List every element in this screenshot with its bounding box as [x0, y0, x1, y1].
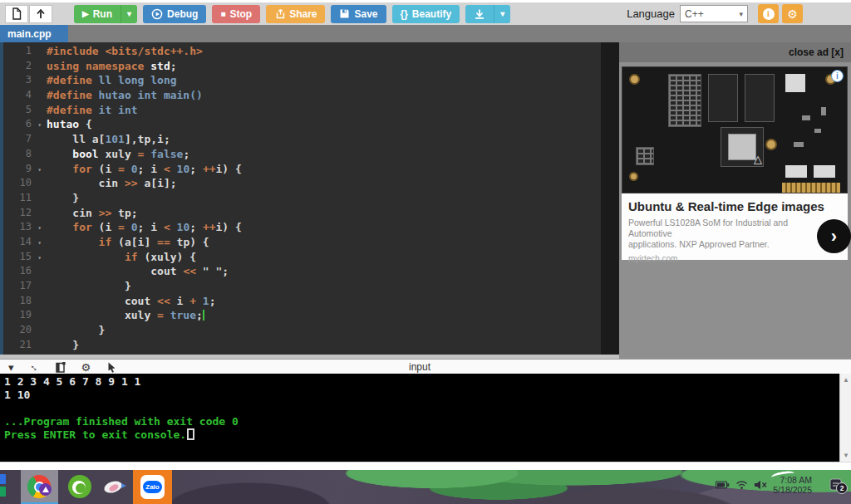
pcb-hole [629, 172, 638, 181]
pcb-hole [629, 74, 640, 85]
zalo-icon: Zalo [140, 475, 165, 499]
system-tray: 7:08 AM 5/18/2025 2 [716, 475, 843, 495]
console-line: 1 10 [4, 389, 839, 402]
line-number[interactable]: 14▾ [0, 235, 33, 250]
line-number[interactable]: 7 [0, 132, 33, 147]
line-number[interactable]: 19 [0, 308, 33, 323]
language-label: Language [627, 7, 675, 20]
chevron-right-icon: › [831, 226, 837, 247]
battery-icon[interactable] [716, 480, 730, 490]
ad-panel: close ad [x] △ [619, 42, 851, 359]
beautify-button[interactable]: {} Beautify [392, 5, 460, 23]
run-button[interactable]: ▶ Run [74, 5, 121, 23]
save-icon [339, 8, 350, 19]
ad-next-button[interactable]: › [817, 219, 851, 253]
console-scrollbar[interactable]: ▲ ▼ [839, 374, 851, 462]
line-number[interactable]: 17 [0, 279, 33, 294]
console-lines: 1 2 3 4 5 6 7 8 9 1 11 10...Program fini… [4, 375, 839, 442]
new-file-button[interactable] [5, 5, 28, 23]
run-options-button[interactable]: ▾ [121, 5, 137, 23]
clock-date: 5/18/2025 [773, 485, 812, 495]
language-select[interactable]: C++ ▾ [680, 5, 748, 22]
code-line: 14▾ if (a[i] == tp) { [0, 235, 619, 250]
debug-button[interactable]: Debug [143, 5, 206, 23]
ad-image-pcb[interactable]: △ i [622, 66, 848, 193]
pcb-ram-chip [708, 74, 738, 122]
line-number[interactable]: 16 [0, 264, 33, 279]
line-number[interactable]: 1 [0, 44, 33, 59]
line-number[interactable]: 10 [0, 176, 33, 191]
editor-cursor [203, 310, 204, 321]
stop-icon: ■ [220, 10, 225, 18]
code-line: 7 ll a[101],tp,i; [0, 132, 619, 147]
download-button[interactable] [465, 5, 494, 23]
code-line: 5#define it int [0, 103, 619, 118]
code-editor[interactable]: 1#include <bits/stdc++.h>2using namespac… [0, 42, 619, 355]
scroll-up-icon[interactable]: ▲ [840, 376, 851, 384]
close-ad-button[interactable]: close ad [x] [789, 46, 844, 58]
code-line: 11 } [0, 191, 619, 206]
console-cursor [187, 428, 194, 440]
line-number[interactable]: 6▾ [0, 117, 33, 132]
line-number[interactable]: 12 [0, 206, 33, 221]
line-number[interactable]: 21 [0, 338, 33, 353]
ad-title: Ubuntu & Real-time Edge images [622, 193, 848, 218]
line-number[interactable]: 8 [0, 147, 33, 162]
console-output[interactable]: 1 2 3 4 5 6 7 8 9 1 11 10...Program fini… [0, 374, 839, 462]
fold-icon[interactable]: ▾ [37, 251, 42, 266]
fold-icon[interactable]: ▾ [37, 163, 42, 178]
line-number[interactable]: 15▾ [0, 250, 33, 265]
caret-down-icon: ▾ [127, 10, 131, 18]
braces-icon: {} [401, 8, 408, 20]
taskbar-clock[interactable]: 7:08 AM 5/18/2025 [773, 475, 812, 495]
wifi-icon[interactable] [735, 480, 748, 490]
toolbar: ▶ Run ▾ Debug ■ Stop Share [0, 2, 851, 25]
taskbar: Zalo 7:08 AM 5/18/2025 [0, 470, 851, 504]
fold-icon[interactable]: ▾ [37, 221, 42, 236]
tab-main-cpp[interactable]: main.cpp [0, 25, 68, 42]
bird-app-icon[interactable] [101, 477, 128, 497]
scroll-down-icon[interactable]: ▼ [840, 452, 851, 459]
play-icon: ▶ [82, 10, 89, 18]
line-number[interactable]: 2 [0, 59, 33, 74]
fold-icon[interactable]: ▾ [37, 236, 42, 251]
coccoc-browser-icon[interactable] [68, 475, 91, 498]
zalo-label: Zalo [143, 481, 162, 493]
taskbar-chrome-button[interactable] [21, 470, 58, 504]
line-number[interactable]: 4 [0, 88, 33, 103]
code-line: 10 cin >> a[i]; [0, 176, 619, 191]
line-number[interactable]: 3 [0, 73, 33, 88]
tab-bar: main.cpp [0, 25, 851, 42]
line-number[interactable]: 20 [0, 323, 33, 338]
action-center-button[interactable]: 2 [829, 478, 843, 492]
line-number[interactable]: 13▾ [0, 220, 33, 235]
ad-info-badge-icon[interactable]: i [831, 70, 844, 82]
open-file-button[interactable] [29, 5, 52, 23]
editor-scrollbar[interactable] [601, 42, 619, 355]
share-label: Share [289, 8, 317, 20]
pcb-component [785, 165, 807, 178]
code-line: 9▾ for (i = 0; i < 10; ++i) { [0, 162, 619, 177]
fold-icon[interactable]: ▾ [37, 118, 42, 133]
taskbar-zalo-button[interactable]: Zalo [133, 470, 172, 504]
line-number[interactable]: 18 [0, 294, 33, 309]
line-number[interactable]: 9▾ [0, 162, 33, 177]
save-button[interactable]: Save [331, 5, 386, 23]
share-button[interactable]: Share [266, 5, 325, 23]
speaker-muted-icon[interactable] [754, 480, 767, 490]
console-line: Press ENTER to exit console. [4, 428, 839, 442]
code-line: 20 } [0, 323, 619, 338]
settings-button[interactable]: ⚙ [782, 4, 803, 23]
info-button[interactable]: i [758, 4, 779, 23]
select-caret-icon: ▾ [739, 10, 743, 18]
ad-text-box[interactable]: Ubuntu & Real-time Edge images Powerful … [622, 193, 848, 260]
run-button-group: ▶ Run ▾ [74, 5, 137, 23]
line-number[interactable]: 5 [0, 103, 33, 118]
download-options-button[interactable]: ▾ [494, 5, 510, 23]
stop-button[interactable]: ■ Stop [212, 5, 260, 23]
pcb-component [821, 107, 826, 115]
ad-domain: myirtech.com [622, 250, 848, 263]
pcb-hole [765, 139, 777, 150]
run-label: Run [93, 8, 112, 20]
line-number[interactable]: 11 [0, 191, 33, 206]
